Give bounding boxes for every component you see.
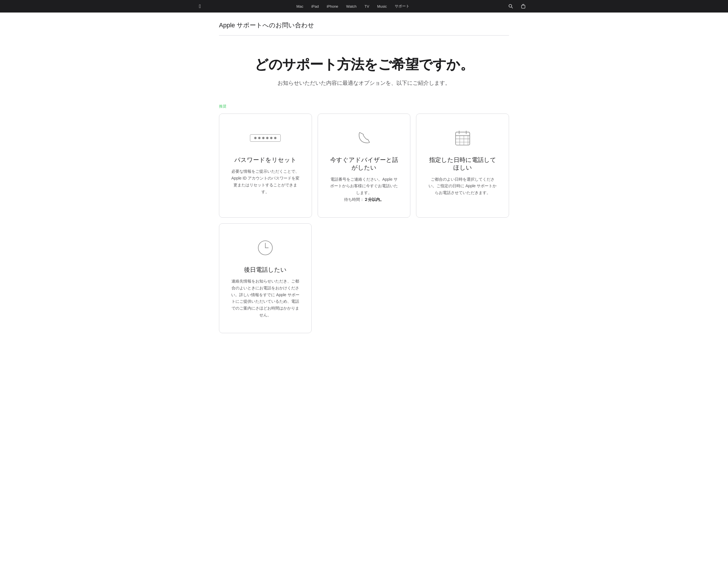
card-schedule-call-title: 指定した日時に電話してほしい [428, 156, 497, 172]
cards-section: パスワードをリセット 必要な情報をご提示いただくことで、Apple ID アカウ… [208, 114, 520, 350]
bag-icon[interactable] [518, 0, 529, 12]
card-password-reset-description: 必要な情報をご提示いただくことで、Apple ID アカウントのパスワードを変更… [231, 168, 300, 195]
hero-section: どのサポート方法をご希望ですか。 お知らせいただいた内容に最適なオプションを、以… [0, 35, 728, 95]
cards-row-1: パスワードをリセット 必要な情報をご提示いただくことで、Apple ID アカウ… [219, 114, 509, 218]
svg-point-0 [509, 4, 512, 7]
card-talk-now[interactable]: 今すぐアドバイザーと話がしたい 電話番号をご連絡ください。Apple サポートか… [318, 114, 411, 218]
card-talk-now-description: 電話番号をご連絡ください。Apple サポートからお客様に今すぐお電話いたします… [329, 176, 399, 203]
svg-line-1 [512, 7, 513, 8]
nav-item-music[interactable]: Music [373, 0, 391, 12]
card-talk-now-title: 今すぐアドバイザーと話がしたい [329, 156, 399, 172]
nav-item-support[interactable]: サポート [391, 0, 414, 12]
search-icon[interactable] [505, 0, 516, 12]
card-call-later-description: 連絡先情報をお知らせいただき、ご都合のよいときにお電話をおかけください。詳しい情… [231, 278, 300, 319]
page-title: Apple サポートへのお問い合わせ [219, 21, 509, 30]
password-icon [250, 128, 281, 148]
card-call-later[interactable]: 後日電話したい 連絡先情報をお知らせいただき、ご都合のよいときにお電話をおかけく… [219, 223, 312, 333]
nav-item-mac[interactable]: Mac [292, 0, 307, 12]
card-call-later-title: 後日電話したい [244, 266, 287, 273]
calendar-icon [454, 128, 471, 148]
recommendation-label: 推奨 [208, 104, 520, 109]
nav-item-iphone[interactable]: iPhone [323, 0, 342, 12]
clock-icon [257, 238, 274, 258]
nav-item-ipad[interactable]: iPad [307, 0, 323, 12]
nav-item-tv[interactable]: TV [361, 0, 373, 12]
page-header: Apple サポートへのお問い合わせ [219, 12, 509, 35]
hero-subheading: お知らせいただいた内容に最適なオプションを、以下にご紹介します。 [6, 79, 722, 87]
card-schedule-call[interactable]: 指定した日時に電話してほしい ご都合のよい日時を選択してください。ご指定の日時に… [416, 114, 509, 218]
hero-heading: どのサポート方法をご希望ですか。 [6, 55, 722, 74]
nav-item-watch[interactable]: Watch [342, 0, 360, 12]
card-password-reset-title: パスワードをリセット [234, 156, 296, 163]
phone-icon [357, 128, 371, 148]
navigation:  Mac iPad iPhone Watch TV Music サポート [0, 0, 728, 12]
cards-row-2: 後日電話したい 連絡先情報をお知らせいただき、ご都合のよいときにお電話をおかけく… [219, 223, 509, 333]
card-schedule-call-description: ご都合のよい日時を選択してください。ご指定の日時に Apple サポートからお電… [428, 176, 497, 196]
card-password-reset[interactable]: パスワードをリセット 必要な情報をご提示いただくことで、Apple ID アカウ… [219, 114, 312, 218]
svg-rect-3 [456, 132, 470, 145]
svg-rect-2 [522, 5, 525, 8]
apple-logo-nav[interactable]:  [199, 3, 201, 9]
